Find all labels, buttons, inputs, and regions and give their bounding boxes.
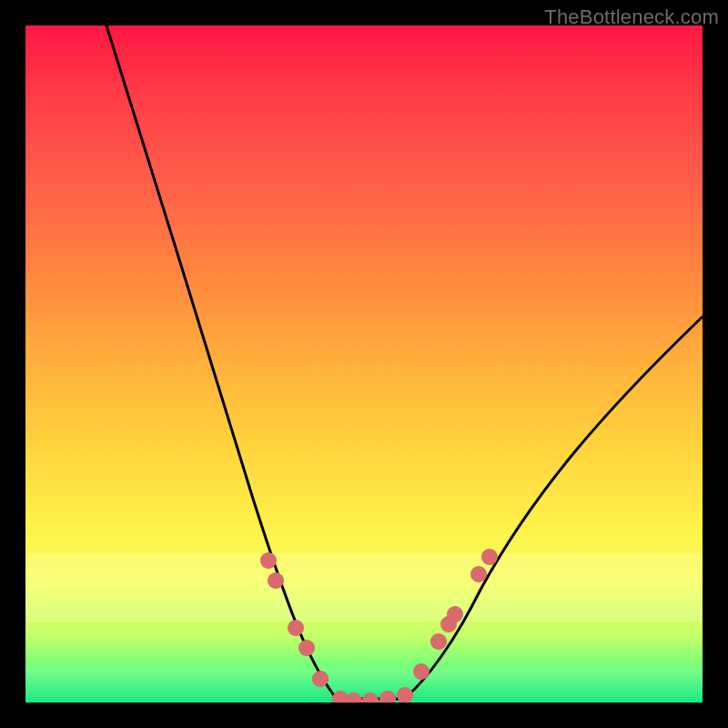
scatter-dot [298, 640, 315, 656]
scatter-dot [379, 691, 396, 703]
scatter-dot [470, 566, 487, 582]
scatter-dot [288, 620, 304, 636]
scatter-dot [268, 572, 284, 589]
scatter-dot [260, 552, 277, 569]
scatter-dot [447, 606, 463, 622]
scatter-dot [397, 687, 413, 703]
scatter-dot [346, 693, 362, 703]
chart-frame: TheBottleneck.com [0, 0, 728, 728]
scatter-dot [312, 671, 329, 687]
haze-band-upper [25, 553, 703, 622]
scatter-dot [481, 549, 498, 565]
plot-area [25, 25, 703, 703]
scatter-dot [362, 693, 379, 703]
scatter-dot [430, 633, 447, 650]
scatter-dot [413, 663, 430, 680]
